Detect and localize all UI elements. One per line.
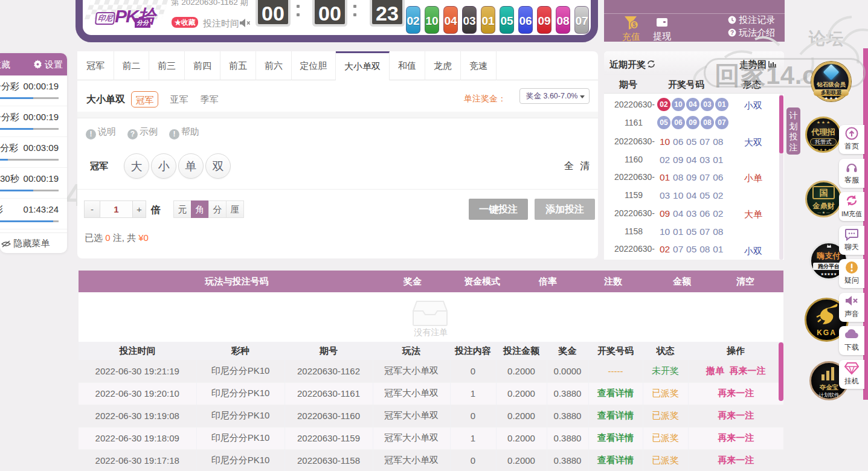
svg-text:$: $	[632, 22, 636, 28]
